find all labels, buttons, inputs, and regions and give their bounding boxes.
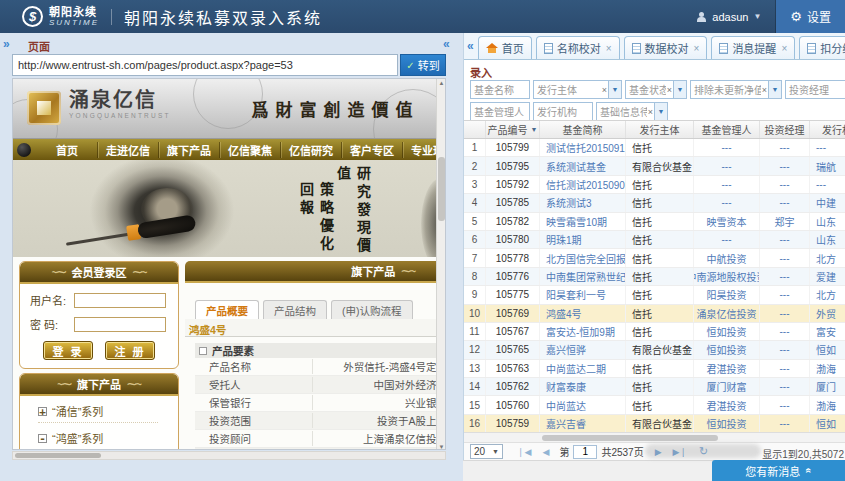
fund-name-link[interactable]: 财富泰康: [540, 378, 626, 395]
manager-link[interactable]: ---: [694, 157, 760, 174]
tab-close-icon[interactable]: ×: [694, 43, 700, 54]
table-row[interactable]: 3105792信托测试20150909信托---------: [464, 176, 845, 194]
table-row[interactable]: 5105782映雪霜雪10期信托映雪资本郑宇山东: [464, 213, 845, 231]
combo-arrow-icon[interactable]: ▼: [768, 81, 781, 98]
pm-link[interactable]: ---: [760, 360, 810, 377]
filter-基金名称[interactable]: 基金名称: [470, 80, 530, 99]
column-header[interactable]: 发行主体: [626, 121, 694, 138]
manager-link[interactable]: 阳昊投资: [694, 286, 760, 303]
first-page-icon[interactable]: ❘◀: [517, 447, 531, 457]
expand-node-icon[interactable]: +: [38, 407, 47, 416]
scrollbar-thumb[interactable]: [438, 157, 445, 221]
filter-基金状态[interactable]: 基金状态×▼: [625, 80, 687, 99]
pm-link[interactable]: ---: [760, 415, 810, 432]
scrollbar-thumb[interactable]: [542, 435, 718, 441]
combo-arrow-icon[interactable]: ▼: [654, 103, 667, 120]
prev-page-icon[interactable]: ◀: [542, 447, 549, 457]
table-row[interactable]: 7105778北方国信完全回报信托中航投资---北方: [464, 249, 845, 267]
collapse-node-icon[interactable]: -: [38, 434, 47, 443]
clear-icon[interactable]: ×: [761, 85, 768, 95]
tree-node[interactable]: -“鸿盛”系列: [38, 430, 158, 450]
go-button[interactable]: ✓ 转到: [400, 54, 446, 76]
product-tab[interactable]: (申)认购流程: [331, 300, 413, 319]
column-header[interactable]: 基金管理人: [694, 121, 760, 138]
manager-link[interactable]: 映雪资本: [694, 213, 760, 230]
manager-link[interactable]: 中航投资: [694, 249, 760, 266]
org-link[interactable]: 富安: [810, 323, 845, 340]
tab-close-icon[interactable]: ×: [606, 43, 612, 54]
tab-消息提醒[interactable]: 消息提醒×: [711, 36, 795, 59]
table-row[interactable]: 2105795系统测试基金有限合伙基金------瑞航: [464, 157, 845, 175]
fund-name-link[interactable]: 嘉兴吉睿: [540, 415, 626, 432]
filter-基金管理人[interactable]: 基金管理人: [470, 102, 530, 121]
org-link[interactable]: 厦门: [810, 378, 845, 395]
org-link[interactable]: 渤海: [810, 360, 845, 377]
manager-link[interactable]: ---: [694, 139, 760, 156]
fund-name-link[interactable]: 系统测试基金: [540, 157, 626, 174]
org-link[interactable]: 外贸: [810, 305, 845, 322]
manager-link[interactable]: 恒如投资: [694, 415, 760, 432]
fund-name-link[interactable]: 嘉兴恒骅: [540, 341, 626, 358]
clear-icon[interactable]: ×: [666, 85, 673, 95]
org-link[interactable]: ---: [810, 139, 845, 156]
table-row[interactable]: 15105760中尚蓝达信托君湛投资---渤海: [464, 396, 845, 414]
site-nav-item[interactable]: 亿信聚焦: [220, 142, 281, 158]
column-header[interactable]: 基金简称: [540, 121, 626, 138]
pm-link[interactable]: ---: [760, 286, 810, 303]
url-input[interactable]: [12, 54, 398, 76]
org-link[interactable]: 北方: [810, 249, 845, 266]
scroll-down-icon[interactable]: ▼: [437, 444, 446, 450]
manager-link[interactable]: 君湛投资: [694, 360, 760, 377]
manager-link[interactable]: 厦门财富: [694, 378, 760, 395]
column-header[interactable]: 发行机构: [810, 121, 845, 138]
org-link[interactable]: 恒如: [810, 341, 845, 358]
register-button[interactable]: 注 册: [105, 341, 155, 360]
fund-name-link[interactable]: 映雪霜雪10期: [540, 213, 626, 230]
column-header[interactable]: 产品编号▼: [486, 121, 540, 138]
fund-name-link[interactable]: 中尚蓝达: [540, 396, 626, 413]
table-row[interactable]: 8105776中南集团常熟世纪锦城信托中南源地股权投资---爱建: [464, 268, 845, 286]
site-nav-item[interactable]: 走进亿信: [98, 142, 159, 158]
table-row[interactable]: 14105762财富泰康信托厦门财富---厦门: [464, 378, 845, 396]
settings-button[interactable]: ⚙ 设置: [776, 0, 845, 33]
product-tab[interactable]: 产品结构: [263, 300, 327, 319]
column-header[interactable]: [464, 121, 486, 138]
fund-name-link[interactable]: 系统测试3: [540, 194, 626, 211]
login-button[interactable]: 登 录: [43, 341, 93, 360]
tab-close-icon[interactable]: ×: [781, 43, 787, 54]
product-tab[interactable]: 产品概要: [195, 300, 259, 319]
pm-link[interactable]: ---: [760, 341, 810, 358]
fund-name-link[interactable]: 明珠1期: [540, 231, 626, 248]
collapse-left-icon[interactable]: «: [443, 37, 450, 51]
manager-link[interactable]: ---: [694, 176, 760, 193]
manager-link[interactable]: 恒如投资: [694, 323, 760, 340]
collapse-right-icon[interactable]: «: [467, 39, 474, 53]
new-message-bar[interactable]: 您有新消息 «: [712, 460, 845, 481]
page-number-input[interactable]: [573, 445, 597, 459]
manager-link[interactable]: ---: [694, 194, 760, 211]
grid-horizontal-scrollbar[interactable]: [464, 432, 845, 442]
site-nav-item[interactable]: 首页: [37, 142, 98, 158]
page-horizontal-scrollbar[interactable]: [12, 451, 446, 460]
org-link[interactable]: 爱建: [810, 268, 845, 285]
org-link[interactable]: 山东: [810, 213, 845, 230]
manager-link[interactable]: 涌泉亿信投资: [694, 305, 760, 322]
pm-link[interactable]: ---: [760, 396, 810, 413]
clear-icon[interactable]: ×: [601, 85, 608, 95]
username-field[interactable]: [74, 293, 166, 308]
manager-link[interactable]: 君湛投资: [694, 396, 760, 413]
site-nav-item[interactable]: 旗下产品: [159, 142, 220, 158]
pm-link[interactable]: ---: [760, 378, 810, 395]
fund-name-link[interactable]: 鸿盛4号: [540, 305, 626, 322]
site-nav-item[interactable]: 客户专区: [342, 142, 403, 158]
site-nav-item[interactable]: 亿信研究: [281, 142, 342, 158]
pm-link[interactable]: ---: [760, 176, 810, 193]
pm-link[interactable]: ---: [760, 323, 810, 340]
fund-name-link[interactable]: 中尚蓝达二期: [540, 360, 626, 377]
pm-link[interactable]: ---: [760, 305, 810, 322]
fund-name-link[interactable]: 北方国信完全回报: [540, 249, 626, 266]
tab-数据校对[interactable]: 数据校对×: [624, 36, 708, 59]
pm-link[interactable]: 郑宇: [760, 213, 810, 230]
pm-link[interactable]: ---: [760, 249, 810, 266]
table-row[interactable]: 11105767富安达-恒加9期信托恒如投资---富安: [464, 323, 845, 341]
